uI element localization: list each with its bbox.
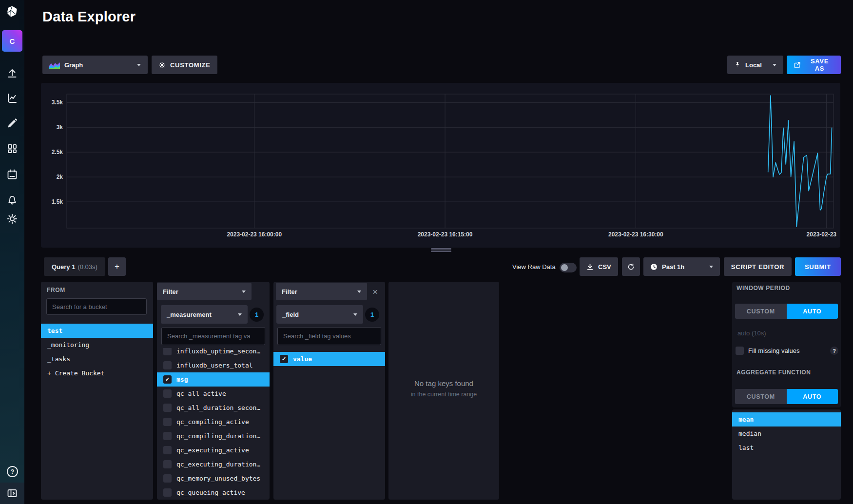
script-editor-button[interactable]: SCRIPT EDITOR [724,257,792,276]
time-series-chart[interactable]: 1.5k2k2.5k3k3.5k2023-02-23 16:00:002023-… [41,83,840,248]
settings-gear-icon[interactable] [6,213,18,225]
submit-button[interactable]: SUBMIT [795,257,841,276]
collapse-nav-icon[interactable] [6,487,18,499]
help-tooltip-icon[interactable]: ? [830,347,838,355]
bucket-item[interactable]: _monitoring [41,338,153,352]
measurement-item[interactable]: qc_compiling_duration… [157,429,270,443]
line-chart: 1.5k2k2.5k3k3.5k2023-02-23 16:00:002023-… [41,83,840,248]
checkbox[interactable] [163,418,172,426]
checkbox[interactable] [163,432,172,440]
function-item-label: median [738,430,761,437]
alerts-bell-icon[interactable] [6,194,18,206]
svg-text:2k: 2k [57,174,63,180]
bucket-item[interactable]: test [41,324,153,338]
measurement-item-label: qc_queueing_active [176,489,245,496]
function-item[interactable]: median [732,426,841,441]
bucket-item[interactable]: _tasks [41,352,153,366]
filter-type-label: Filter [282,288,297,295]
resize-drag-handle[interactable] [431,248,451,253]
chevron-down-icon [242,291,246,293]
bucket-item[interactable]: + Create Bucket [41,366,153,380]
view-raw-data-toggle[interactable] [560,263,577,272]
save-as-button[interactable]: SAVE AS [787,56,841,74]
measurement-search-input[interactable] [161,327,265,345]
influxdb-logo-icon[interactable] [6,5,19,18]
query-tab-label: Query 1 [52,263,75,271]
window-custom-button[interactable]: CUSTOM [735,304,787,319]
aggregate-title: AGGREGATE FUNCTION [737,369,811,376]
refresh-button[interactable] [622,257,640,276]
function-item-label: mean [738,416,754,423]
upload-icon[interactable] [6,67,18,79]
measurement-item[interactable]: qc_queueing_active [157,485,270,500]
function-item[interactable]: last [732,441,841,455]
tasks-calendar-icon[interactable] [6,169,18,180]
checkbox[interactable] [163,361,172,369]
checkbox[interactable] [163,488,172,497]
checkbox[interactable] [163,446,172,454]
visualization-type-dropdown[interactable]: Graph [42,56,148,74]
measurement-list: influxdb_uptime_secon…influxdb_users_tot… [157,348,270,500]
field-filter-panel: Filter × _field 1 ✓value [273,282,385,500]
field-item[interactable]: ✓value [273,352,385,366]
measurement-item[interactable]: qc_executing_duration… [157,457,270,471]
checkbox[interactable]: ✓ [163,375,172,384]
bucket-search-input[interactable] [46,298,147,315]
measurement-item[interactable]: qc_memory_unused_bytes [157,471,270,485]
measurement-item[interactable]: influxdb_users_total [157,358,270,372]
fill-missing-checkbox[interactable] [736,347,744,355]
checkbox[interactable] [163,474,172,483]
add-query-button[interactable]: + [108,257,126,276]
aggregate-segmented: CUSTOM AUTO [735,389,838,404]
gear-icon [158,61,166,69]
close-filter-icon[interactable]: × [372,287,378,296]
measurement-item[interactable]: qc_all_duration_secon… [157,401,270,415]
aggregate-custom-button[interactable]: CUSTOM [735,389,787,404]
query-options-panel: WINDOW PERIOD CUSTOM AUTO auto (10s) Fil… [732,282,841,407]
checkbox[interactable] [163,348,172,355]
data-explorer-icon[interactable] [6,93,18,104]
filter-type-dropdown[interactable]: Filter [276,283,367,300]
field-item-label: value [293,355,312,363]
field-search-input[interactable] [277,327,381,345]
bucket-list: test_monitoring_tasks+ Create Bucket [41,324,153,500]
tag-key-dropdown[interactable]: _measurement [161,305,248,324]
checkbox[interactable]: ✓ [280,355,288,363]
svg-text:2.5k: 2.5k [52,149,63,155]
submit-label: SUBMIT [805,263,831,271]
bucket-item-label: _monitoring [47,341,89,349]
dashboards-icon[interactable] [6,143,18,155]
graph-type-icon [49,61,60,69]
tag-key-dropdown[interactable]: _field [276,305,363,324]
filter-type-dropdown[interactable]: Filter [157,283,252,300]
measurement-item[interactable]: influxdb_uptime_secon… [157,348,270,358]
measurement-item[interactable]: qc_all_active [157,387,270,401]
measurement-item-label: qc_memory_unused_bytes [176,475,260,482]
measurement-filter-panel: Filter _measurement 1 influxdb_uptime_se… [157,282,270,500]
local-dropdown[interactable]: Local [727,56,783,74]
help-icon[interactable]: ? [7,466,18,477]
data-explorer-window: C ? Data Explorer [0,0,853,504]
checkbox[interactable] [163,460,172,468]
export-icon [794,61,801,69]
function-item[interactable]: mean [732,412,841,426]
measurement-item[interactable]: ✓msg [157,372,270,387]
csv-download-button[interactable]: CSV [580,257,618,276]
chevron-down-icon [137,64,141,66]
checkbox[interactable] [163,404,172,412]
svg-text:2023-02-23 16:00:00: 2023-02-23 16:00:00 [227,231,282,238]
window-auto-button[interactable]: AUTO [787,304,838,319]
nav-sidebar: C ? [0,0,24,504]
field-list: ✓value [273,352,385,500]
tag-key-label: _field [282,311,299,318]
measurement-item[interactable]: qc_executing_active [157,443,270,457]
checkbox[interactable] [163,389,172,398]
measurement-item[interactable]: qc_compiling_active [157,415,270,429]
aggregate-auto-button[interactable]: AUTO [787,389,838,404]
query-tab[interactable]: Query 1 (0.03s) [44,257,105,276]
customize-button[interactable]: CUSTOMIZE [152,56,217,74]
time-range-dropdown[interactable]: Past 1h [643,257,720,276]
notebooks-pencil-icon[interactable] [6,117,18,129]
customize-label: CUSTOMIZE [170,61,211,69]
org-avatar[interactable]: C [2,30,22,52]
